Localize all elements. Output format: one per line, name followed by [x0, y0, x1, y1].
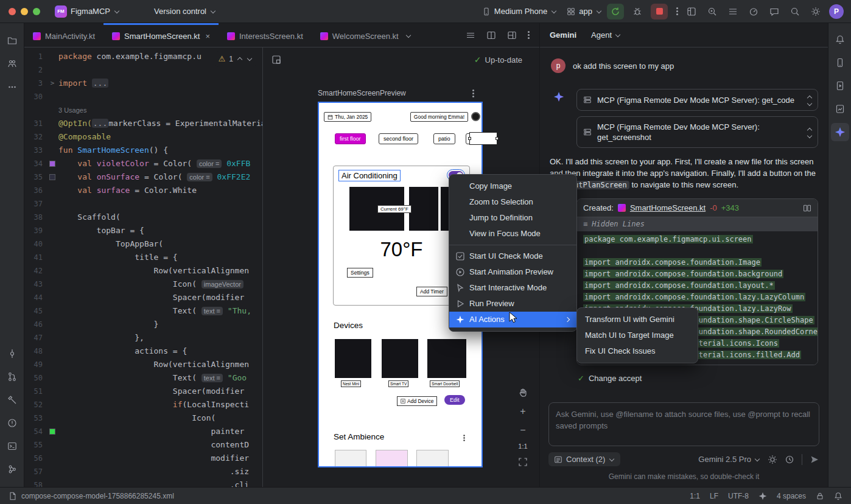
tab-gemini[interactable]: Gemini: [550, 30, 576, 40]
gemini-tool-icon[interactable]: [831, 123, 849, 141]
maximize-window-button[interactable]: [33, 8, 40, 15]
status-indent[interactable]: 4 spaces: [777, 492, 806, 500]
selection-handles[interactable]: [469, 132, 497, 145]
tab-mainactivity[interactable]: MainActivity.kt: [24, 23, 103, 47]
created-file-link[interactable]: SmartHomeScreen.kt: [630, 203, 706, 212]
menu-item-copy-image[interactable]: Copy Image: [449, 178, 576, 194]
settings-gear-icon[interactable]: [811, 7, 821, 16]
model-selector[interactable]: Gemini 2.5 Pro: [698, 455, 760, 464]
device-selector[interactable]: Medium Phone: [477, 4, 562, 18]
device-manager-icon[interactable]: [831, 54, 849, 72]
floor-chip-second[interactable]: second floor: [379, 133, 418, 144]
profile-avatar[interactable]: [471, 112, 480, 121]
zoom-in-button[interactable]: +: [516, 405, 530, 418]
run-anything-icon[interactable]: [707, 7, 717, 16]
zoom-ratio-label[interactable]: 1:1: [518, 443, 527, 450]
ai-chat-icon[interactable]: [769, 7, 779, 16]
editor-list-icon[interactable]: [466, 30, 475, 40]
minimize-window-button[interactable]: [21, 8, 28, 15]
send-icon[interactable]: [810, 455, 819, 464]
preview-kebab-icon[interactable]: [472, 93, 474, 94]
tool-call-get-screenshot[interactable]: MCP (Figma Remote Dev Mode MCP Server): …: [576, 116, 818, 148]
project-widget[interactable]: FM FigmaMCP: [50, 3, 125, 20]
commit-tool-icon[interactable]: [3, 345, 21, 363]
menu-item-zoom-to-selection[interactable]: Zoom to Selection: [449, 194, 576, 210]
chat-settings-gear-icon[interactable]: [768, 455, 777, 464]
notifications-icon[interactable]: [831, 30, 849, 49]
status-line-separator[interactable]: LF: [710, 492, 718, 500]
tab-welcomescreen[interactable]: WelcomeScreen.kt: [312, 23, 420, 47]
run-config-selector[interactable]: app: [562, 4, 607, 18]
user-avatar[interactable]: P: [829, 4, 844, 19]
search-icon[interactable]: [790, 7, 800, 16]
ambience-kebab-icon[interactable]: [463, 437, 464, 438]
expand-icon[interactable]: [808, 94, 811, 105]
menu-item-start-animation-preview[interactable]: Start Animation Preview: [449, 264, 576, 280]
tab-smarthomescreen[interactable]: SmartHomeScreen.kt ×: [103, 23, 219, 47]
status-zoom-ratio[interactable]: 1:1: [690, 492, 700, 500]
problems-tool-icon[interactable]: [3, 414, 21, 432]
add-timer-button[interactable]: Add Timer: [416, 287, 447, 296]
version-control-tool-icon[interactable]: [3, 460, 21, 478]
zoom-to-fit-icon[interactable]: [516, 455, 530, 469]
status-gemini-spark-icon[interactable]: [758, 492, 767, 500]
running-devices-icon[interactable]: [831, 77, 849, 95]
ambience-tile[interactable]: [376, 450, 408, 467]
close-tab-icon[interactable]: ×: [205, 32, 210, 41]
more-actions-icon[interactable]: [676, 10, 678, 12]
zoom-out-button[interactable]: −: [516, 424, 530, 437]
tab-list-chevron-icon[interactable]: [405, 33, 410, 38]
status-file-widget[interactable]: compose-compose-model-1758866285245.xml: [9, 492, 174, 500]
pan-hand-icon[interactable]: [516, 386, 530, 399]
status-lock-icon[interactable]: [816, 492, 824, 500]
next-problem-icon[interactable]: [247, 56, 252, 61]
expand-icon[interactable]: [808, 127, 811, 138]
more-tools-icon[interactable]: [3, 78, 21, 96]
context-chip[interactable]: Context (2): [548, 452, 620, 466]
status-encoding[interactable]: UTF-8: [728, 492, 749, 500]
menu-item-view-in-focus-mode[interactable]: View in Focus Mode: [449, 226, 576, 242]
hidden-lines-row[interactable]: ≡ Hidden Lines: [577, 217, 818, 231]
menu-item-start-interactive-mode[interactable]: Start Interactive Mode: [449, 280, 576, 296]
project-tool-icon[interactable]: [3, 32, 21, 50]
inspection-widget[interactable]: ⚠ 1: [215, 51, 256, 67]
ambience-tile[interactable]: [335, 450, 366, 467]
ambience-tile[interactable]: [416, 450, 449, 467]
tab-agent[interactable]: Agent: [591, 30, 621, 40]
tab-interestsscreen[interactable]: InterestsScreen.kt: [219, 23, 312, 47]
edit-button[interactable]: Edit: [444, 395, 465, 405]
prev-problem-icon[interactable]: [237, 57, 242, 62]
history-clock-icon[interactable]: [785, 455, 794, 464]
debug-button[interactable]: [632, 7, 642, 16]
pull-requests-icon[interactable]: [3, 368, 21, 386]
open-diff-icon[interactable]: [803, 204, 811, 212]
editor-layout-icon[interactable]: [507, 30, 517, 40]
menu-item-start-ui-check-mode[interactable]: Start UI Check Mode: [449, 248, 576, 264]
status-notifications-icon[interactable]: [834, 492, 842, 500]
terminal-tool-icon[interactable]: [3, 437, 21, 455]
structure-icon[interactable]: [687, 7, 696, 16]
app-quality-insights-icon[interactable]: [831, 100, 849, 118]
floor-chip-patio[interactable]: patio: [433, 133, 455, 144]
tool-call-get-code[interactable]: MCP (Figma Remote Dev Mode MCP Server): …: [576, 89, 818, 111]
submenu-item-fix-ui-check[interactable]: Fix UI Check Issues: [577, 343, 698, 359]
settings-chip[interactable]: Settings: [347, 268, 373, 278]
profiler-icon[interactable]: [749, 7, 758, 16]
floor-chip-first[interactable]: first floor: [335, 133, 366, 144]
vcs-widget[interactable]: Version control: [149, 4, 221, 18]
window-controls[interactable]: [9, 8, 40, 15]
add-device-button[interactable]: Add Device: [397, 396, 437, 406]
structure-tool-icon[interactable]: [3, 55, 21, 73]
menu-item-run-preview[interactable]: Run Preview: [449, 296, 576, 312]
submenu-item-match-ui[interactable]: Match UI to Target Image: [577, 327, 698, 343]
submenu-item-transform-ui[interactable]: Transform UI with Gemini: [577, 312, 698, 327]
menu-icon[interactable]: [728, 7, 738, 16]
build-tool-icon[interactable]: [3, 391, 21, 409]
menu-item-jump-to-definition[interactable]: Jump to Definition: [449, 210, 576, 226]
chat-prompt-input[interactable]: Ask Gemini, use @filename to attach sour…: [548, 402, 819, 446]
stop-button[interactable]: [651, 4, 668, 19]
rerun-button[interactable]: [607, 4, 624, 19]
editor-more-icon[interactable]: [528, 34, 530, 36]
close-window-button[interactable]: [9, 8, 16, 15]
preview-toolbar-icon[interactable]: [271, 55, 281, 65]
